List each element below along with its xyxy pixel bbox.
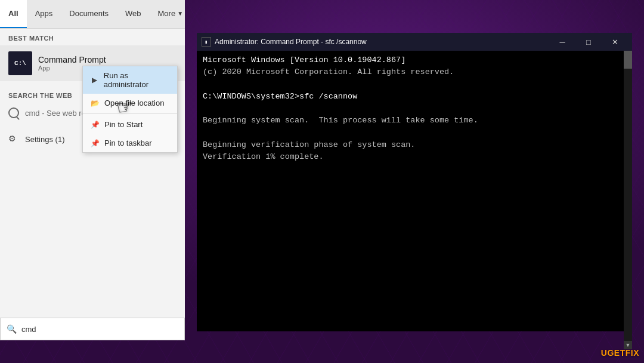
close-button[interactable]: ✕ [602, 33, 627, 51]
watermark: UGETFIX [601, 347, 639, 358]
cmd-line-9: Verification 1% complete. [203, 151, 626, 163]
taskbar-search-icon: 🔍 [7, 324, 17, 334]
cmd-line-6: Beginning system scan. This process will… [203, 115, 626, 127]
cmd-controls: ─ □ ✕ [550, 33, 627, 51]
context-run-as-admin[interactable]: ▶ Run as administrator [83, 66, 177, 94]
best-match-title: Command Prompt [38, 55, 106, 64]
settings-text: Settings (1) [25, 135, 64, 144]
cmd-content: Microsoft Windows [Version 10.0.19042.86… [197, 51, 632, 331]
tab-all[interactable]: All [0, 0, 27, 28]
tab-apps[interactable]: Apps [27, 0, 61, 28]
tab-more[interactable]: More ▼ [150, 0, 192, 28]
cmd-title-text: Administrator: Command Prompt - sfc /sca… [215, 38, 550, 46]
cmd-line-1: Microsoft Windows [Version 10.0.19042.86… [203, 54, 626, 66]
best-match-label: Best match [0, 29, 185, 45]
pin-start-icon: 📌 [90, 121, 100, 129]
cmd-scrollbar-thumb[interactable] [624, 51, 632, 69]
search-web-icon [8, 107, 19, 118]
context-divider [83, 113, 177, 114]
context-pin-to-taskbar[interactable]: 📌 Pin to taskbar [83, 134, 177, 152]
context-pin-to-start[interactable]: 📌 Pin to Start [83, 115, 177, 134]
watermark-text: UGETFIX [601, 348, 639, 358]
context-menu: ▶ Run as administrator 📂 Open file locat… [82, 66, 178, 153]
tab-web[interactable]: Web [117, 0, 150, 28]
cmd-line-2: (c) 2020 Microsoft Corporation. All righ… [203, 66, 626, 78]
open-file-icon: 📂 [90, 99, 100, 107]
taskbar-search-text: cmd [21, 325, 36, 334]
cmd-titlebar-icon: ▮ [202, 37, 211, 47]
cmd-line-7 [203, 127, 626, 139]
cmd-line-4: C:\WINDOWS\system32>sfc /scannow [203, 91, 626, 103]
context-open-file-location[interactable]: 📂 Open file location [83, 94, 177, 112]
run-as-admin-icon: ▶ [90, 76, 99, 84]
command-prompt-icon: C:\ [8, 51, 32, 75]
minimize-button[interactable]: ─ [550, 33, 575, 51]
cmd-window: ▮ Administrator: Command Prompt - sfc /s… [197, 33, 632, 331]
taskbar-search[interactable]: 🔍 cmd [0, 318, 185, 340]
cmd-line-8: Beginning verification phase of system s… [203, 139, 626, 151]
settings-gear-icon: ⚙ [8, 134, 19, 144]
pin-taskbar-icon: 📌 [90, 139, 100, 147]
cmd-line-3 [203, 79, 626, 91]
cmd-line-5 [203, 103, 626, 115]
cmd-scrollbar[interactable]: ▼ [624, 51, 632, 349]
start-nav: All Apps Documents Web More ▼ [0, 0, 185, 29]
more-arrow-icon: ▼ [177, 10, 183, 17]
tab-documents[interactable]: Documents [61, 0, 117, 28]
cmd-titlebar: ▮ Administrator: Command Prompt - sfc /s… [197, 33, 632, 51]
start-menu: All Apps Documents Web More ▼ Best match… [0, 0, 185, 340]
restore-button[interactable]: □ [576, 33, 601, 51]
